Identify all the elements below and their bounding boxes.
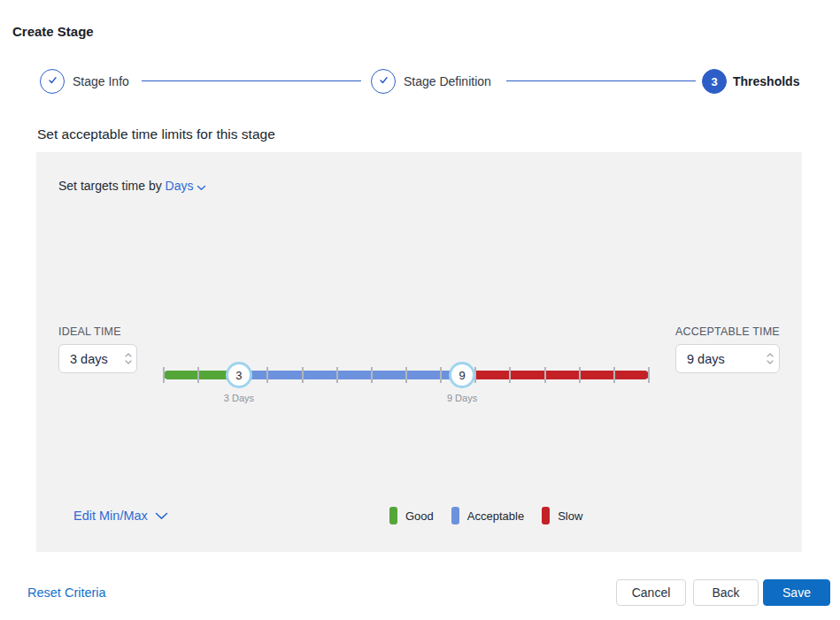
good-color-chip xyxy=(389,507,397,524)
ideal-time-label: IDEAL TIME xyxy=(58,325,121,338)
page-title: Create Stage xyxy=(12,24,94,39)
edit-minmax-label: Edit Min/Max xyxy=(73,509,148,523)
save-button[interactable]: Save xyxy=(763,579,830,606)
step-1-label: Stage Info xyxy=(73,74,129,88)
check-icon xyxy=(378,73,389,89)
chevron-up-icon xyxy=(767,353,774,357)
acceptable-time-input[interactable] xyxy=(676,345,762,372)
create-stage-dialog: Create Stage Stage Info Stage Definition… xyxy=(0,0,840,620)
target-time-prefix: Set targets time by xyxy=(58,179,162,193)
chevron-down-icon xyxy=(197,180,206,194)
reset-criteria-link[interactable]: Reset Criteria xyxy=(27,586,106,600)
ideal-handle-value: 3 xyxy=(235,369,242,382)
acceptable-handle[interactable]: 9 xyxy=(449,362,475,388)
target-unit-dropdown[interactable]: Days xyxy=(166,179,207,193)
slider-tick xyxy=(509,367,511,383)
slider-tick xyxy=(544,367,546,383)
check-icon xyxy=(47,73,58,89)
chevron-down-icon xyxy=(767,360,774,364)
step-2-stage-definition[interactable] xyxy=(371,69,396,94)
section-heading: Set acceptable time limits for this stag… xyxy=(37,126,275,142)
slider-tick xyxy=(302,367,304,383)
step-1-stage-info[interactable] xyxy=(40,69,65,94)
edit-minmax-toggle[interactable]: Edit Min/Max xyxy=(73,509,168,523)
chevron-up-icon xyxy=(125,353,132,357)
chevron-down-icon xyxy=(155,509,168,523)
slider-segment-acceptable xyxy=(239,371,462,379)
time-threshold-slider: 3 3 Days 9 9 Days xyxy=(164,350,649,403)
slow-color-chip xyxy=(542,507,550,524)
slider-tick xyxy=(579,367,581,383)
acceptable-handle-caption: 9 Days xyxy=(435,393,489,403)
slider-tick xyxy=(648,367,650,383)
slider-segment-slow xyxy=(462,371,649,379)
ideal-time-stepper[interactable] xyxy=(120,345,136,372)
legend-item-good: Good xyxy=(389,507,434,524)
acceptable-time-label: ACCEPTABLE TIME xyxy=(675,325,780,338)
step-3-label: Thresholds xyxy=(733,74,799,88)
ideal-handle[interactable]: 3 xyxy=(226,362,252,388)
acceptable-time-stepper[interactable] xyxy=(762,345,780,372)
slider-tick xyxy=(440,367,442,383)
thresholds-panel: Set targets time by Days IDEAL TIME xyxy=(36,152,802,552)
legend-item-acceptable: Acceptable xyxy=(451,507,524,524)
slider-legend: Good Acceptable Slow xyxy=(389,507,600,524)
slider-tick xyxy=(197,367,199,383)
ideal-handle-caption: 3 Days xyxy=(212,393,266,403)
acceptable-handle-value: 9 xyxy=(459,369,465,382)
slider-tick xyxy=(336,367,338,383)
wizard-stepper: Stage Info Stage Definition 3 Thresholds xyxy=(0,69,840,94)
slider-tick xyxy=(266,367,268,383)
slider-tick xyxy=(371,367,373,383)
cancel-button[interactable]: Cancel xyxy=(616,579,686,606)
step-connector xyxy=(506,80,696,81)
target-unit-value: Days xyxy=(166,179,194,193)
slider-tick xyxy=(613,367,615,383)
slider-tick xyxy=(163,367,165,383)
slider-tick xyxy=(405,367,407,383)
legend-item-slow: Slow xyxy=(542,507,582,524)
step-connector xyxy=(142,80,361,81)
ideal-time-field xyxy=(58,344,137,373)
back-button[interactable]: Back xyxy=(693,579,759,606)
legend-label: Acceptable xyxy=(467,509,524,523)
step-3-thresholds[interactable]: 3 xyxy=(702,69,727,94)
legend-label: Slow xyxy=(558,509,582,523)
chevron-down-icon xyxy=(125,360,132,364)
acceptable-time-field xyxy=(675,344,780,373)
ideal-time-input[interactable] xyxy=(59,345,120,372)
target-time-row: Set targets time by Days xyxy=(58,179,206,194)
acceptable-color-chip xyxy=(451,507,459,524)
step-2-label: Stage Definition xyxy=(404,74,491,88)
legend-label: Good xyxy=(405,509,434,523)
step-3-number: 3 xyxy=(711,75,717,88)
